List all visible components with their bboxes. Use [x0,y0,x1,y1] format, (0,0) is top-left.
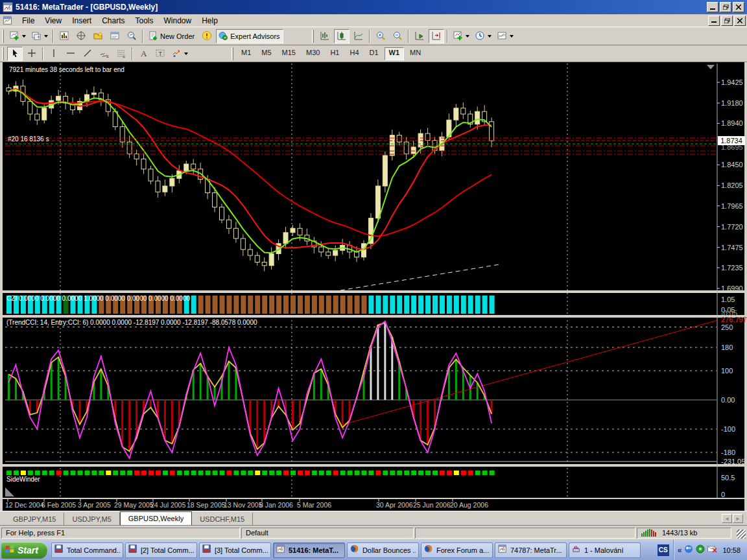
profiles-icon [31,30,42,42]
status-profile[interactable]: Default [241,528,414,539]
timeframe-h4-button[interactable]: H4 [345,47,363,60]
timeframe-m5-button[interactable]: M5 [257,47,276,60]
restore-button[interactable] [720,2,731,12]
taskbar-button-label: [2] Total Comm... [141,546,194,554]
pane-separator[interactable] [3,464,744,467]
toolbar-grip[interactable] [312,30,314,43]
market-watch-button[interactable] [56,29,72,43]
linechart-button[interactable] [351,29,366,43]
pane-separator[interactable] [3,498,744,499]
cursor-button[interactable] [7,47,23,61]
navigator-button[interactable] [90,29,106,43]
template-button[interactable] [495,29,516,43]
language-indicator[interactable]: CS [658,544,669,556]
child-restore-button[interactable] [721,16,733,26]
taskbar-clock[interactable]: 10:58 [722,546,741,554]
tester-button[interactable] [124,29,139,43]
chart-tab-usdchf[interactable]: USDCHF,M15 [192,513,253,525]
taskbar-button[interactable]: Forex Forum a... [421,542,493,558]
new-chart-dropdown-caret[interactable] [22,35,26,38]
toolbar-grip[interactable] [2,47,4,60]
zoom-in-button[interactable] [373,29,388,43]
taskbar-button[interactable]: 51416: MetaT... [273,542,345,558]
timeframe-d1-button[interactable]: D1 [365,47,383,60]
template-dropdown-caret[interactable] [510,35,514,38]
taskbar-button[interactable]: Dollar Bounces ... [347,542,419,558]
periods-button[interactable] [473,29,493,43]
autoscroll-button[interactable] [412,29,427,43]
pane-separator[interactable] [3,315,744,318]
fibo-button[interactable]: F [113,47,129,61]
chart-tab-usdjpy[interactable]: USDJPY,M5 [64,513,119,525]
child-close-button[interactable] [734,16,746,26]
menu-item-charts[interactable]: Charts [97,15,130,27]
icq-tray-icon[interactable] [696,544,705,556]
candles-button[interactable] [334,29,350,43]
vline-button[interactable] [46,47,62,61]
messenger-tray-icon[interactable] [684,544,693,556]
toolbar-separator [142,30,143,43]
taskbar-button[interactable]: [2] Total Comm... [125,542,197,558]
pane-separator[interactable] [3,290,744,293]
profiles-dropdown-caret[interactable] [44,35,48,38]
toolbar-grip[interactable] [2,30,4,43]
zoom-out-button[interactable] [390,29,405,43]
resize-grip[interactable] [737,530,746,539]
new-chart-button[interactable] [7,29,28,43]
indicators-dropdown-caret[interactable] [466,35,469,38]
timeframe-m1-button[interactable]: M1 [237,47,255,60]
close-button[interactable] [733,2,744,12]
tab-scroll-right-button[interactable]: ► [733,514,743,523]
tray-chevron[interactable]: « [678,546,682,555]
label-button[interactable]: T [152,47,168,61]
timeframe-m30-button[interactable]: M30 [302,47,324,60]
child-minimize-button[interactable] [708,16,720,26]
bars-button[interactable] [317,29,333,43]
timeframe-m15-button[interactable]: M15 [278,47,300,60]
taskbar-button[interactable]: Total Command... [51,542,123,558]
timeframe-h1-button[interactable]: H1 [326,47,344,60]
timeframe-w1-button[interactable]: W1 [385,47,405,60]
chart-svg[interactable]: 1.94251.91801.89401.84501.82051.79651.77… [0,62,747,511]
taskbar-button[interactable]: [3] Total Comm... [199,542,271,558]
shift-button[interactable] [429,29,444,43]
terminal-button[interactable] [107,29,123,43]
navigator-icon [93,30,103,42]
chart-tab-gbpusd[interactable]: GBPUSD,Weekly [120,511,192,525]
hline-button[interactable] [63,47,78,61]
chart-area[interactable]: 1.94251.91801.89401.84501.82051.79651.77… [0,62,747,511]
tab-scroll-left-button[interactable]: ◄ [722,514,732,523]
minimize-button[interactable] [707,2,718,12]
arrows-dropdown-caret[interactable] [184,52,188,55]
expert-advisors-button[interactable]: Expert Advisors [216,29,283,43]
floppy-icon [128,544,138,555]
linechart-icon [353,30,364,42]
timeframe-mn-button[interactable]: MN [405,47,425,60]
menu-item-view[interactable]: View [40,15,67,27]
text-button[interactable]: A [136,47,151,61]
trendline-button[interactable] [80,47,95,61]
crosshair-button[interactable] [24,47,40,61]
mail-tray-icon[interactable] [707,544,717,556]
firefox-icon [350,544,360,555]
indicators-button[interactable] [451,29,471,43]
svg-text:-100: -100 [721,425,735,433]
start-button[interactable]: Start [1,542,47,559]
new-order-button[interactable]: New Order [146,29,198,43]
profiles-button[interactable] [29,29,50,43]
alert-button[interactable] [199,29,215,43]
menu-item-window[interactable]: Window [159,15,197,27]
periods-dropdown-caret[interactable] [488,35,492,38]
channel-button[interactable]: E [97,47,112,61]
taskbar-button[interactable]: 1 - Malování [569,542,641,558]
svg-text:1.9425: 1.9425 [721,78,743,86]
menu-item-tools[interactable]: Tools [130,15,159,27]
taskbar-button[interactable]: 74787: MetaTr... [495,542,567,558]
chart-tab-gbpjpy[interactable]: GBPJPY,M15 [5,513,64,525]
toolbar-grip[interactable] [231,47,233,60]
data-window-button[interactable] [73,29,89,43]
arrows-button[interactable] [169,47,190,61]
menu-item-insert[interactable]: Insert [67,15,97,27]
menu-item-file[interactable]: File [17,15,40,27]
menu-item-help[interactable]: Help [196,15,223,27]
